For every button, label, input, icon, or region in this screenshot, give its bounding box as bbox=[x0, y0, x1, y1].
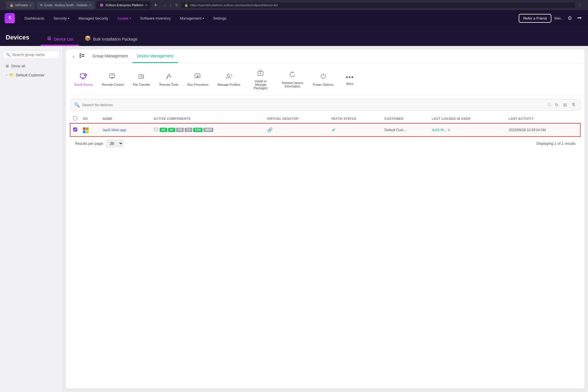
nav-item-dashboards[interactable]: Dashboards bbox=[20, 14, 48, 23]
svg-marker-20 bbox=[197, 75, 199, 78]
windows-os-icon bbox=[83, 127, 89, 133]
row-checkbox[interactable] bbox=[73, 127, 77, 131]
power-options-button[interactable]: Power Options bbox=[309, 70, 337, 89]
per-page-select[interactable]: 10 20 50 100 bbox=[106, 140, 123, 147]
column-settings-button[interactable]: ⊞ bbox=[562, 102, 568, 108]
remote-control-button[interactable]: Remote Control bbox=[98, 70, 128, 89]
svg-rect-1 bbox=[80, 55, 81, 56]
collapse-button[interactable]: ‹ bbox=[70, 51, 76, 62]
tree-icon bbox=[76, 49, 88, 63]
address-bar[interactable]: 🔒 https://openedr.platform.xcitium.com/a… bbox=[182, 3, 575, 8]
tab-device-list[interactable]: 🖥 Device List bbox=[41, 26, 79, 46]
results-bar: Results per page: 10 20 50 100 Displayin… bbox=[70, 136, 580, 151]
last-logged-user-link[interactable]: IAAS-W... ⧉ bbox=[432, 128, 503, 132]
back-button[interactable]: ‹ bbox=[163, 2, 167, 8]
power-options-label: Power Options bbox=[313, 83, 333, 86]
gear-icon[interactable]: ⚙ bbox=[566, 14, 573, 22]
device-list-tab-icon: 🖥 bbox=[46, 35, 51, 41]
install-manage-packages-button[interactable]: Install or Manage Packages bbox=[245, 67, 276, 92]
refer-friend-button[interactable]: Refer a Friend bbox=[519, 14, 551, 23]
reload-button[interactable]: ↻ bbox=[174, 2, 180, 8]
browser-tab-xcitium[interactable]: 🟣 Xcitium Enterprise Platform ✕ bbox=[96, 1, 151, 9]
refresh-device-info-label: Refresh Device Information bbox=[281, 81, 304, 88]
refresh-device-info-button[interactable]: Refresh Device Information bbox=[277, 69, 308, 90]
install-packages-label: Install or Manage Packages bbox=[249, 79, 272, 90]
svg-rect-14 bbox=[111, 78, 114, 79]
nav-item-assets[interactable]: Assets ▾ bbox=[113, 14, 135, 23]
badge-fw: FW bbox=[176, 128, 184, 132]
page-header: Devices 🖥 Device List 📦 Bulk Installatio… bbox=[0, 26, 588, 46]
badge-av: AV bbox=[168, 128, 175, 132]
sub-tab-device-management[interactable]: Device Management bbox=[132, 50, 178, 63]
remote-tools-button[interactable]: Remote Tools bbox=[155, 70, 182, 89]
show-all-button[interactable]: ⊞ Show all bbox=[3, 62, 59, 70]
svg-line-18 bbox=[166, 78, 167, 79]
cell-last-activity: 2023/09/28 10:29:04 AM bbox=[506, 123, 580, 136]
logout-icon[interactable]: ⮕ bbox=[576, 14, 583, 22]
device-list-tab-label: Device List bbox=[54, 37, 73, 41]
nav-item-software-inventory[interactable]: Software Inventory bbox=[136, 14, 175, 23]
run-procedure-label: Run Procedure bbox=[187, 83, 208, 86]
manage-profiles-button[interactable]: Manage Profiles bbox=[214, 70, 244, 89]
search-group-input[interactable] bbox=[12, 53, 56, 57]
svg-rect-3 bbox=[82, 54, 84, 55]
remote-tools-label: Remote Tools bbox=[159, 83, 178, 86]
device-name-link[interactable]: IaaS-Web-app bbox=[103, 128, 126, 132]
nav-item-management[interactable]: Management ▾ bbox=[176, 14, 208, 23]
col-header-patch-status: PATCH STATUS bbox=[329, 114, 381, 123]
col-header-last-logged-user: LAST LOGGED IN USER bbox=[429, 114, 506, 123]
badge-edr: EDR bbox=[193, 128, 203, 132]
col-header-virtual-desktop: VIRTUAL DESKTOP bbox=[264, 114, 329, 123]
tab-bulk-installation[interactable]: 📦 Bulk Installation Package bbox=[79, 26, 143, 46]
nav-right: Refer a Friend Wel... ⚙ ⮕ bbox=[519, 14, 583, 23]
search-devices-icon: 🔍 bbox=[74, 102, 80, 108]
cell-os bbox=[80, 123, 100, 136]
svg-rect-6 bbox=[82, 78, 84, 78]
nav-item-security[interactable]: Security ▾ bbox=[49, 14, 73, 23]
search-devices-box[interactable]: 🔍 ⓘ ↻ ⊞ ⚗ bbox=[70, 99, 580, 111]
remote-control-icon bbox=[109, 73, 116, 82]
svg-line-16 bbox=[113, 75, 113, 76]
col-header-os: OS bbox=[80, 114, 100, 123]
search-icon: 🔍 bbox=[6, 53, 11, 57]
nav-item-settings[interactable]: Settings bbox=[209, 14, 230, 23]
cell-last-logged-user[interactable]: IAAS-W... ⧉ bbox=[429, 123, 506, 136]
browser-chrome: 🔒 InPrivate ✕ ✉ Email - Andrea Smith - O… bbox=[0, 0, 588, 10]
show-all-label: Show all bbox=[11, 64, 25, 68]
refresh-table-button[interactable]: ↻ bbox=[554, 102, 560, 108]
power-icon bbox=[320, 73, 327, 82]
file-transfer-button[interactable]: File Transfer bbox=[129, 70, 154, 89]
col-header-name: NAME bbox=[100, 114, 151, 123]
sub-tab-group-management[interactable]: Group Management bbox=[88, 50, 132, 63]
search-devices-input[interactable] bbox=[82, 103, 545, 107]
copy-icon[interactable]: ⧉ bbox=[448, 128, 450, 132]
sub-tabs: ‹ Group Management Device Management bbox=[66, 49, 585, 64]
forward-button[interactable]: › bbox=[169, 2, 172, 8]
enroll-device-button[interactable]: Enroll Device bbox=[70, 70, 97, 89]
assets-caret-icon: ▾ bbox=[130, 17, 131, 20]
cell-name[interactable]: IaaS-Web-app bbox=[100, 123, 151, 136]
col-header-active-components: ACTIVE COMPONENTS bbox=[151, 114, 264, 123]
sidebar-item-default-customer[interactable]: + 📁 Default Customer bbox=[3, 70, 59, 79]
more-button[interactable]: ••• More bbox=[339, 71, 361, 88]
browser-tab-email[interactable]: ✉ Email - Andrea Smith - Outlook ✕ bbox=[37, 1, 95, 9]
run-procedure-button[interactable]: Run Procedure bbox=[184, 70, 212, 89]
svg-rect-2 bbox=[80, 57, 81, 58]
group-search-box[interactable]: 🔍 bbox=[3, 51, 59, 59]
install-packages-icon bbox=[257, 69, 264, 78]
select-all-checkbox[interactable] bbox=[73, 116, 77, 120]
svg-point-21 bbox=[227, 74, 230, 76]
device-toolbar: Enroll Device Remote Control bbox=[66, 64, 585, 96]
table-row[interactable]: IaaS-Web-app 🛡 AG AV FW CO EDR MDR bbox=[70, 123, 580, 136]
nav-item-managed-security[interactable]: Managed Security bbox=[74, 14, 112, 23]
app-logo[interactable] bbox=[5, 13, 15, 23]
customer-name: Default Cust... bbox=[384, 128, 406, 132]
main-content: 🔍 ⊞ Show all + 📁 Default Customer ‹ bbox=[0, 46, 588, 392]
device-table: OS NAME ACTIVE COMPONENTS VIRTUAL DESKTO… bbox=[70, 114, 580, 136]
filter-button[interactable]: ⚗ bbox=[570, 102, 576, 108]
remote-tools-icon bbox=[165, 73, 173, 82]
new-tab-button[interactable]: + bbox=[153, 2, 159, 8]
browser-tab-inprivate[interactable]: 🔒 InPrivate ✕ bbox=[6, 1, 35, 9]
browser-settings-button[interactable]: ⋮ bbox=[577, 2, 583, 8]
file-transfer-label: File Transfer bbox=[133, 83, 150, 86]
